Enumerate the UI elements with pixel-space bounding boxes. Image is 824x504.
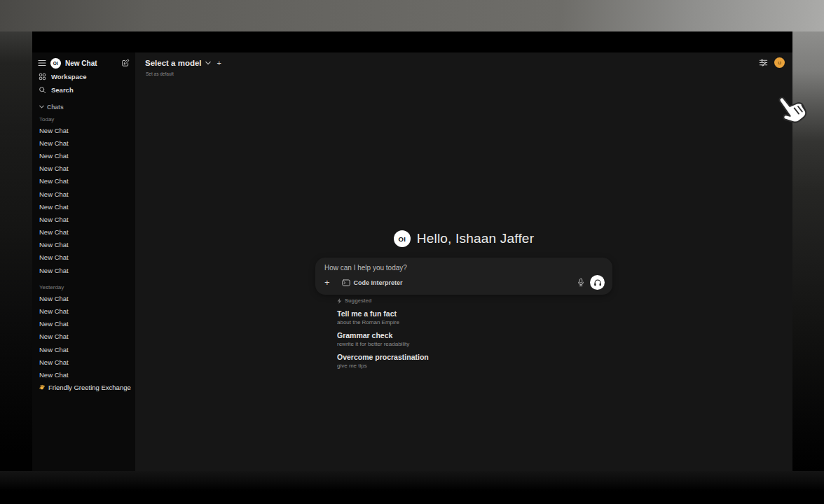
code-interpreter-label: Code Interpreter bbox=[354, 279, 403, 286]
mic-icon[interactable] bbox=[577, 278, 584, 287]
suggested-prompt[interactable]: Tell me a fun fact about the Roman Empir… bbox=[337, 309, 612, 326]
chat-list-item[interactable]: New Chat bbox=[32, 188, 135, 200]
add-model-button[interactable]: + bbox=[217, 59, 221, 66]
workspace-grid-icon bbox=[39, 73, 46, 80]
chat-list-item[interactable]: New Chat bbox=[32, 343, 135, 356]
message-composer[interactable]: How can I help you today? + Code Interpr… bbox=[315, 258, 612, 295]
window-titlebar bbox=[32, 31, 792, 52]
chat-list-item[interactable]: New Chat bbox=[32, 149, 135, 162]
chat-list-item[interactable]: New Chat bbox=[32, 251, 135, 264]
chat-list-item[interactable]: New Chat bbox=[32, 368, 135, 381]
chat-list-item-named[interactable]: Friendly Greeting Exchange bbox=[32, 382, 135, 394]
sidebar-item-workspace[interactable]: Workspace bbox=[32, 70, 135, 83]
chat-list-item[interactable]: New Chat bbox=[32, 330, 135, 343]
chat-list-item[interactable]: New Chat bbox=[32, 292, 135, 304]
chat-group-label-today: Today bbox=[32, 115, 135, 124]
app-window: OI New Chat Workspace Search bbox=[32, 31, 792, 471]
chat-list-item[interactable]: New Chat bbox=[32, 304, 135, 317]
suggested-section: Suggested Tell me a fun fact about the R… bbox=[337, 298, 612, 369]
chevron-down-icon bbox=[39, 105, 44, 108]
suggested-prompt-list: Tell me a fun fact about the Roman Empir… bbox=[337, 309, 612, 369]
chat-list-today: New Chat New Chat New Chat New Chat New … bbox=[32, 124, 135, 276]
menu-icon[interactable] bbox=[38, 59, 46, 66]
sidebar-title: New Chat bbox=[65, 59, 97, 67]
suggested-prompt[interactable]: Overcome procrastination give me tips bbox=[337, 353, 612, 369]
main-pane: Select a model + IJ Set as default OI He… bbox=[135, 52, 792, 471]
suggested-label: Suggested bbox=[345, 298, 371, 304]
suggested-prompt-subtitle: give me tips bbox=[337, 363, 612, 369]
suggested-prompt[interactable]: Grammar check rewrite it for better read… bbox=[337, 331, 612, 347]
search-icon bbox=[39, 86, 46, 94]
new-chat-icon[interactable] bbox=[121, 59, 130, 67]
chat-list-item[interactable]: New Chat bbox=[32, 356, 135, 368]
chat-list-item[interactable]: New Chat bbox=[32, 239, 135, 251]
headphones-icon bbox=[593, 279, 602, 287]
chat-list-yesterday: New Chat New Chat New Chat New Chat New … bbox=[32, 292, 135, 381]
chat-list-item[interactable]: New Chat bbox=[32, 264, 135, 276]
code-interpreter-toggle[interactable]: Code Interpreter bbox=[342, 279, 403, 286]
suggested-prompt-title: Overcome procrastination bbox=[337, 353, 612, 361]
settings-sliders-icon[interactable] bbox=[759, 58, 768, 67]
user-avatar[interactable]: IJ bbox=[774, 57, 785, 68]
voice-call-button[interactable] bbox=[590, 275, 605, 290]
model-selector-label: Select a model bbox=[145, 59, 202, 67]
chat-list-item[interactable]: New Chat bbox=[32, 226, 135, 239]
desktop-background-top bbox=[0, 0, 824, 31]
chat-list-item[interactable]: New Chat bbox=[32, 318, 135, 330]
bolt-icon bbox=[337, 298, 342, 304]
workspace-label: Workspace bbox=[51, 73, 87, 80]
composer-placeholder: How can I help you today? bbox=[324, 264, 605, 272]
model-selector[interactable]: Select a model bbox=[145, 59, 211, 67]
chat-list-item[interactable]: New Chat bbox=[32, 200, 135, 213]
suggested-prompt-subtitle: about the Roman Empire bbox=[337, 319, 612, 326]
chat-group-label-yesterday: Yesterday bbox=[32, 283, 135, 292]
suggested-prompt-subtitle: rewrite it for better readability bbox=[337, 341, 612, 347]
suggested-prompt-title: Tell me a fun fact bbox=[337, 309, 612, 318]
chats-section-toggle[interactable]: Chats bbox=[32, 102, 135, 112]
attach-button[interactable]: + bbox=[324, 279, 330, 287]
sidebar: OI New Chat Workspace Search bbox=[32, 52, 135, 471]
sidebar-item-search[interactable]: Search bbox=[32, 83, 135, 97]
chat-list-item[interactable]: New Chat bbox=[32, 162, 135, 175]
app-logo-large: OI bbox=[394, 230, 411, 247]
chat-list-item[interactable]: New Chat bbox=[32, 175, 135, 188]
desktop-background-bottom bbox=[0, 471, 824, 504]
greeting-text: Hello, Ishaan Jaffer bbox=[417, 231, 534, 246]
set-as-default-link[interactable]: Set as default bbox=[135, 68, 174, 76]
suggested-prompt-title: Grammar check bbox=[337, 331, 612, 340]
chevron-down-icon bbox=[205, 61, 211, 65]
chats-header-label: Chats bbox=[47, 104, 64, 111]
search-label: Search bbox=[51, 86, 74, 94]
chat-list-item[interactable]: New Chat bbox=[32, 124, 135, 136]
code-interpreter-icon bbox=[342, 279, 350, 286]
wave-emoji-icon bbox=[39, 384, 46, 391]
desktop-background-right bbox=[792, 31, 824, 471]
named-chat-label: Friendly Greeting Exchange bbox=[48, 384, 131, 391]
desktop-background-left bbox=[0, 31, 32, 471]
chat-list-item[interactable]: New Chat bbox=[32, 213, 135, 225]
chat-list-item[interactable]: New Chat bbox=[32, 136, 135, 149]
app-logo: OI bbox=[50, 58, 61, 69]
